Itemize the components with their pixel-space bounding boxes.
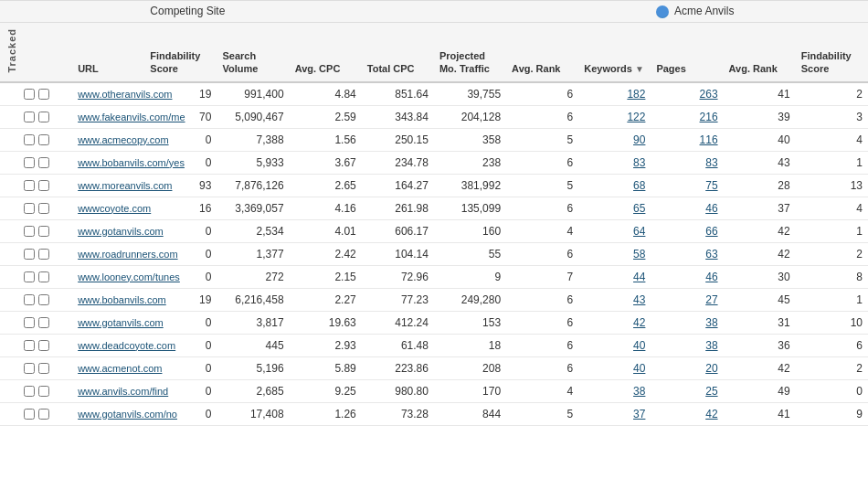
keywords-link[interactable]: 122 [627, 111, 645, 123]
avg-rank2-cell: 36 [724, 334, 796, 356]
url-link[interactable]: www.otheranvils.com [78, 89, 172, 100]
url-checkbox[interactable] [38, 340, 49, 351]
findability2-cell: 1 [796, 151, 868, 174]
keywords-link[interactable]: 83 [633, 156, 645, 169]
url-checkbox[interactable] [38, 294, 49, 305]
pages-link[interactable]: 38 [705, 339, 717, 352]
col-header-total-cpc: Total CPC [362, 22, 434, 81]
url-link[interactable]: www.gotanvils.com [78, 226, 164, 237]
keywords-link[interactable]: 40 [633, 339, 645, 352]
keywords-link[interactable]: 68 [633, 179, 645, 192]
url-link[interactable]: www.fakeanvils.com/me [78, 112, 185, 122]
tracked-cell [0, 265, 72, 288]
avg-rank2-cell: 42 [724, 356, 796, 379]
pages-link[interactable]: 42 [705, 408, 717, 420]
url-checkbox[interactable] [38, 317, 49, 328]
tracked-checkbox[interactable] [24, 157, 35, 168]
keywords-link[interactable]: 40 [633, 362, 645, 375]
pages-link[interactable]: 66 [705, 225, 717, 238]
tracked-cell [0, 311, 72, 334]
pages-cell: 20 [651, 356, 723, 379]
url-checkbox[interactable] [38, 134, 49, 145]
pages-link[interactable]: 116 [700, 133, 718, 146]
pages-link[interactable]: 63 [705, 248, 717, 261]
tracked-checkbox[interactable] [24, 340, 35, 351]
avg-cpc-cell: 2.27 [290, 288, 362, 311]
url-link[interactable]: www.gotanvils.com [78, 317, 164, 328]
url-link[interactable]: www.deadcoyote.com [78, 340, 175, 351]
keywords-link[interactable]: 90 [633, 133, 645, 146]
search-volume-cell: 5,933 [217, 151, 289, 174]
url-checkbox[interactable] [38, 112, 49, 122]
url-link[interactable]: wwwcoyote.com [78, 203, 151, 214]
url-checkbox[interactable] [38, 203, 49, 214]
pages-link[interactable]: 263 [700, 88, 718, 101]
findability2-cell: 2 [796, 82, 868, 106]
url-checkbox[interactable] [38, 157, 49, 168]
pages-link[interactable]: 27 [705, 293, 717, 306]
col-header-avg-rank2: Avg. Rank [724, 22, 796, 81]
pages-link[interactable]: 38 [705, 316, 717, 329]
url-link[interactable]: www.acmenot.com [78, 363, 162, 374]
table-row: www.gotanvils.com/no 0 17,408 1.26 73.28… [0, 402, 868, 425]
search-volume-cell: 5,090,467 [217, 105, 289, 128]
keywords-link[interactable]: 38 [633, 385, 645, 398]
pages-link[interactable]: 25 [705, 385, 717, 398]
pages-link[interactable]: 216 [700, 111, 718, 123]
projected-cell: 55 [434, 242, 506, 265]
url-link[interactable]: www.anvils.com/find [78, 386, 168, 397]
url-checkbox[interactable] [38, 89, 49, 100]
tracked-checkbox[interactable] [24, 226, 35, 237]
avg-cpc-cell: 1.26 [290, 402, 362, 425]
projected-cell: 381,992 [434, 174, 506, 197]
tracked-cell [0, 151, 72, 174]
avg-rank-cell: 6 [506, 311, 578, 334]
url-checkbox[interactable] [38, 386, 49, 397]
pages-link[interactable]: 75 [705, 179, 717, 192]
keywords-sort-icon[interactable]: ▼ [635, 63, 644, 75]
pages-link[interactable]: 20 [705, 362, 717, 375]
url-checkbox[interactable] [38, 363, 49, 374]
keywords-link[interactable]: 44 [633, 271, 645, 283]
tracked-checkbox[interactable] [24, 112, 35, 122]
pages-link[interactable]: 46 [705, 202, 717, 215]
avg-rank2-cell: 45 [724, 288, 796, 311]
tracked-checkbox[interactable] [24, 294, 35, 305]
url-link[interactable]: www.bobanvils.com [78, 294, 166, 305]
findability2-cell: 0 [796, 379, 868, 402]
keywords-link[interactable]: 43 [633, 293, 645, 306]
search-volume-cell: 17,408 [217, 402, 289, 425]
url-checkbox[interactable] [38, 226, 49, 237]
tracked-checkbox[interactable] [24, 409, 35, 420]
keywords-link[interactable]: 64 [633, 225, 645, 238]
keywords-link[interactable]: 58 [633, 248, 645, 261]
pages-link[interactable]: 83 [705, 156, 717, 169]
avg-cpc-cell: 4.01 [290, 219, 362, 242]
url-link[interactable]: www.roadrunners.com [78, 249, 177, 260]
url-link[interactable]: www.acmecopy.com [78, 134, 168, 145]
keywords-link[interactable]: 37 [633, 408, 645, 420]
pages-cell: 216 [651, 105, 723, 128]
tracked-checkbox[interactable] [24, 203, 35, 214]
tracked-checkbox[interactable] [24, 317, 35, 328]
url-checkbox[interactable] [38, 409, 49, 420]
tracked-checkbox[interactable] [24, 180, 35, 191]
url-link[interactable]: www.gotanvils.com/no [78, 409, 177, 420]
tracked-checkbox[interactable] [24, 386, 35, 397]
tracked-checkbox[interactable] [24, 363, 35, 374]
pages-cell: 38 [651, 334, 723, 356]
keywords-link[interactable]: 182 [627, 88, 645, 101]
keywords-link[interactable]: 42 [633, 316, 645, 329]
keywords-link[interactable]: 65 [633, 202, 645, 215]
url-checkbox[interactable] [38, 249, 49, 260]
url-checkbox[interactable] [38, 180, 49, 191]
url-link[interactable]: www.bobanvils.com/yes [78, 157, 185, 168]
url-link[interactable]: www.moreanvils.com [78, 180, 172, 191]
url-checkbox[interactable] [38, 271, 49, 282]
tracked-checkbox[interactable] [24, 249, 35, 260]
tracked-checkbox[interactable] [24, 271, 35, 282]
tracked-checkbox[interactable] [24, 89, 35, 100]
tracked-checkbox[interactable] [24, 134, 35, 145]
url-link[interactable]: www.looney.com/tunes [78, 271, 180, 282]
pages-link[interactable]: 46 [705, 271, 717, 283]
